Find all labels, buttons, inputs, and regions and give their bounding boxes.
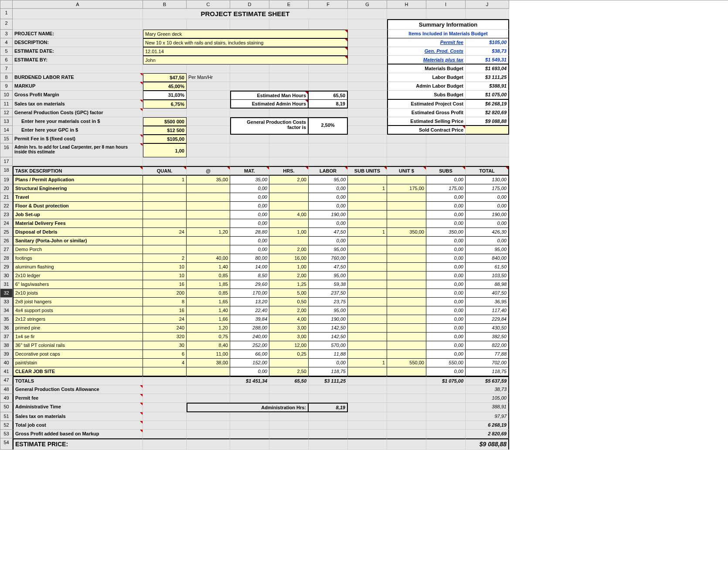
table-cell[interactable]: 4,00 bbox=[269, 211, 309, 219]
task-desc[interactable]: 36" tall PT colonial rails bbox=[13, 341, 143, 350]
row-header[interactable]: 31 bbox=[0, 280, 13, 289]
table-cell[interactable]: 0,50 bbox=[269, 298, 309, 306]
table-cell[interactable] bbox=[387, 367, 426, 376]
row-header[interactable]: 4 bbox=[0, 38, 13, 47]
row-header[interactable]: 15 bbox=[0, 135, 13, 143]
markup-input[interactable]: 45,00% bbox=[143, 82, 187, 91]
table-cell[interactable] bbox=[143, 237, 187, 245]
col-header[interactable]: C bbox=[187, 0, 230, 9]
est-by-input[interactable]: John bbox=[143, 56, 348, 65]
table-cell[interactable] bbox=[187, 245, 230, 254]
table-cell[interactable]: 35,00 bbox=[187, 176, 230, 184]
table-cell[interactable] bbox=[143, 211, 187, 219]
row-header[interactable]: 41 bbox=[0, 367, 13, 376]
task-desc[interactable]: Demo Porch bbox=[13, 245, 143, 254]
col-header[interactable]: A bbox=[13, 0, 143, 9]
task-desc[interactable]: 4x4 support posts bbox=[13, 306, 143, 315]
table-cell[interactable] bbox=[387, 315, 426, 324]
col-header[interactable]: I bbox=[426, 0, 466, 9]
task-desc[interactable]: footings bbox=[13, 254, 143, 263]
table-cell[interactable] bbox=[348, 219, 387, 228]
table-cell[interactable] bbox=[143, 245, 187, 254]
row-header[interactable]: 52 bbox=[0, 421, 13, 430]
row-header[interactable]: 54 bbox=[0, 438, 13, 450]
row-header[interactable]: 21 bbox=[0, 193, 13, 202]
table-cell[interactable] bbox=[387, 176, 426, 184]
table-cell[interactable] bbox=[187, 219, 230, 228]
table-cell[interactable]: 4,00 bbox=[269, 315, 309, 324]
col-header[interactable]: D bbox=[230, 0, 269, 9]
table-cell[interactable] bbox=[187, 237, 230, 245]
table-cell[interactable] bbox=[143, 367, 187, 376]
table-cell[interactable]: 1,65 bbox=[187, 298, 230, 306]
table-cell[interactable]: 1 bbox=[143, 176, 187, 184]
task-desc[interactable]: 1x4 se fir bbox=[13, 333, 143, 341]
table-cell[interactable] bbox=[269, 184, 309, 193]
table-cell[interactable] bbox=[387, 298, 426, 306]
table-cell[interactable] bbox=[143, 184, 187, 193]
table-cell[interactable]: 2 bbox=[143, 254, 187, 263]
row-header[interactable]: 8 bbox=[0, 73, 13, 82]
table-cell[interactable] bbox=[387, 280, 426, 289]
row-header[interactable]: 51 bbox=[0, 412, 13, 421]
table-cell[interactable] bbox=[187, 193, 230, 202]
table-cell[interactable] bbox=[348, 306, 387, 315]
col-header[interactable]: G bbox=[348, 0, 387, 9]
table-cell[interactable]: 1,20 bbox=[187, 228, 230, 237]
table-cell[interactable] bbox=[187, 202, 230, 211]
table-cell[interactable]: 10 bbox=[143, 272, 187, 280]
row-header[interactable]: 16 bbox=[0, 143, 13, 157]
row-header[interactable]: 1 bbox=[0, 9, 13, 19]
est-date-input[interactable]: 12.01.14 bbox=[143, 47, 348, 56]
summary-label[interactable]: Permit fee bbox=[387, 38, 466, 47]
table-cell[interactable] bbox=[387, 289, 426, 298]
table-cell[interactable] bbox=[348, 341, 387, 350]
row-header[interactable]: 29 bbox=[0, 263, 13, 272]
task-desc[interactable]: Floor & Dust protection bbox=[13, 202, 143, 211]
table-cell[interactable] bbox=[187, 184, 230, 193]
row-header[interactable]: 34 bbox=[0, 306, 13, 315]
table-cell[interactable]: 10 bbox=[143, 263, 187, 272]
row-header[interactable]: 13 bbox=[0, 117, 13, 126]
row-header[interactable]: 12 bbox=[0, 109, 13, 117]
table-cell[interactable]: 16 bbox=[143, 306, 187, 315]
row-header[interactable]: 3 bbox=[0, 30, 13, 38]
table-cell[interactable] bbox=[348, 315, 387, 324]
task-desc[interactable]: 6" lags/washers bbox=[13, 280, 143, 289]
row-header[interactable]: 2 bbox=[0, 19, 13, 30]
description-input[interactable]: New 10 x 10 deck with rails and stairs, … bbox=[143, 38, 348, 47]
row-header[interactable]: 11 bbox=[0, 100, 13, 109]
sales-tax-input[interactable]: 6,75% bbox=[143, 100, 187, 109]
table-cell[interactable] bbox=[187, 367, 230, 376]
row-header[interactable]: 22 bbox=[0, 202, 13, 211]
table-cell[interactable]: 2,00 bbox=[269, 272, 309, 280]
table-cell[interactable]: 1 bbox=[348, 228, 387, 237]
task-desc[interactable]: Material Delivery Fees bbox=[13, 219, 143, 228]
table-cell[interactable]: 12,00 bbox=[269, 341, 309, 350]
table-cell[interactable]: 2,00 bbox=[269, 306, 309, 315]
row-header[interactable]: 26 bbox=[0, 237, 13, 245]
table-cell[interactable] bbox=[387, 202, 426, 211]
table-cell[interactable] bbox=[269, 202, 309, 211]
task-desc[interactable]: Decorative post caps bbox=[13, 350, 143, 359]
table-cell[interactable] bbox=[348, 367, 387, 376]
row-header[interactable]: 39 bbox=[0, 350, 13, 359]
spreadsheet-grid[interactable]: ABCDEFGHIJ1PROJECT ESTIMATE SHEET2Summar… bbox=[0, 0, 728, 450]
table-cell[interactable]: 1,00 bbox=[269, 228, 309, 237]
table-cell[interactable]: 30 bbox=[143, 341, 187, 350]
task-desc[interactable]: Disposal of Debris bbox=[13, 228, 143, 237]
row-header[interactable]: 6 bbox=[0, 56, 13, 65]
table-cell[interactable]: 1,85 bbox=[187, 280, 230, 289]
table-cell[interactable]: 1,40 bbox=[187, 263, 230, 272]
table-cell[interactable]: 550,00 bbox=[387, 359, 426, 367]
table-cell[interactable] bbox=[348, 333, 387, 341]
row-header[interactable]: 18 bbox=[0, 166, 13, 176]
table-cell[interactable] bbox=[387, 324, 426, 333]
table-cell[interactable] bbox=[387, 254, 426, 263]
table-cell[interactable] bbox=[348, 176, 387, 184]
row-header[interactable]: 5 bbox=[0, 47, 13, 56]
table-cell[interactable] bbox=[387, 193, 426, 202]
row-header[interactable]: 33 bbox=[0, 298, 13, 306]
table-cell[interactable] bbox=[187, 211, 230, 219]
task-desc[interactable]: 2x8 joist hangers bbox=[13, 298, 143, 306]
